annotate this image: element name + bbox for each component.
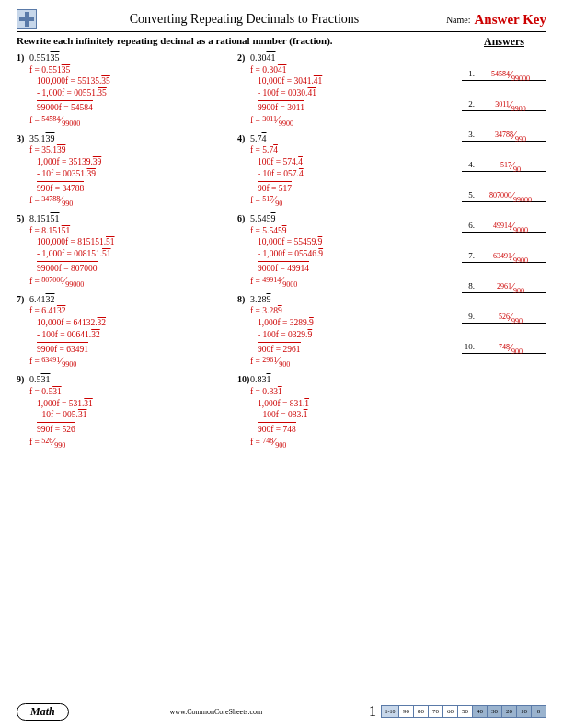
problem-number: 1) bbox=[17, 51, 29, 64]
grade-cell: 70 bbox=[428, 705, 443, 718]
grade-cell: 40 bbox=[472, 705, 488, 718]
problem: 8)3.289f = 3.2891,000f = 3289.9- 100f = … bbox=[237, 293, 449, 369]
answer-fraction: 63491⁄9900 bbox=[475, 251, 546, 262]
problem-work: f = 0.5311,000f = 531.31- 10f = 005.3199… bbox=[29, 386, 228, 449]
answer-number: 6. bbox=[462, 221, 475, 232]
problem-decimal: 8.15151 bbox=[29, 212, 60, 225]
problem-number: 6) bbox=[237, 212, 250, 225]
answer-fraction: 517⁄90 bbox=[475, 160, 546, 171]
answer-number: 4. bbox=[462, 160, 475, 171]
answer-number: 2. bbox=[462, 99, 475, 110]
problem-decimal: 0.55135 bbox=[29, 51, 60, 64]
header: Converting Repeating Decimals to Fractio… bbox=[17, 7, 546, 31]
grade-cell: 0 bbox=[531, 705, 546, 718]
problem-work: f = 0.8311,000f = 831.1- 100f = 083.1900… bbox=[250, 386, 449, 449]
footer-url: www.CommonCoreSheets.com bbox=[69, 708, 363, 716]
grade-cell: 20 bbox=[501, 705, 517, 718]
answer-row: 5.807000⁄99000 bbox=[462, 176, 546, 202]
answer-number: 7. bbox=[462, 251, 475, 262]
problem-decimal: 3.289 bbox=[250, 293, 271, 306]
answer-row: 7.63491⁄9900 bbox=[462, 236, 546, 263]
page-number: 1 bbox=[363, 703, 382, 720]
problem: 10)0.831f = 0.8311,000f = 831.1- 100f = … bbox=[237, 373, 449, 449]
grade-cell: 50 bbox=[457, 705, 473, 718]
answer-row: 1.54584⁄99000 bbox=[462, 54, 546, 81]
problem-number: 10) bbox=[237, 373, 250, 386]
answer-row: 2.3011⁄9900 bbox=[462, 85, 546, 111]
answer-number: 9. bbox=[462, 312, 475, 323]
problem: 1)0.55135f = 0.55135100,000f = 55135.35-… bbox=[17, 51, 228, 127]
grade-cell: 10 bbox=[516, 705, 532, 718]
answer-fraction: 807000⁄99000 bbox=[475, 190, 546, 201]
answer-number: 1. bbox=[462, 69, 475, 80]
answer-row: 6.49914⁄9000 bbox=[462, 206, 546, 233]
name-label: Name: bbox=[446, 15, 471, 25]
grade-cell: 60 bbox=[442, 705, 458, 718]
problem: 2)0.3041f = 0.304110,000f = 3041.41- 100… bbox=[237, 51, 449, 127]
problem: 5)8.15151f = 8.15151100,000f = 815151.51… bbox=[17, 212, 228, 288]
answer-fraction: 2961⁄900 bbox=[475, 281, 546, 292]
answer-number: 3. bbox=[462, 130, 475, 141]
math-badge: Math bbox=[17, 703, 69, 721]
problem-number: 5) bbox=[17, 212, 29, 225]
answer-fraction: 526⁄990 bbox=[475, 312, 546, 323]
grade-cell: 30 bbox=[487, 705, 502, 718]
answer-fraction: 3011⁄9900 bbox=[475, 99, 546, 110]
worksheet-title: Converting Repeating Decimals to Fractio… bbox=[42, 12, 446, 27]
grade-label: 1-10 bbox=[381, 705, 399, 718]
problem-number: 3) bbox=[17, 132, 29, 145]
worksheet-page: Converting Repeating Decimals to Fractio… bbox=[0, 0, 563, 728]
problem-decimal: 5.74 bbox=[250, 132, 267, 145]
instruction: Rewrite each infinitely repeating decima… bbox=[17, 35, 333, 46]
problem-number: 4) bbox=[237, 132, 250, 145]
grade-cell: 90 bbox=[398, 705, 414, 718]
answers-title: Answers bbox=[462, 35, 546, 49]
problem: 4)5.74f = 5.74100f = 574.4- 10f = 057.49… bbox=[237, 132, 449, 208]
problem-decimal: 0.3041 bbox=[250, 51, 276, 64]
problem-work: f = 5.74100f = 574.4- 10f = 057.490f = 5… bbox=[250, 144, 449, 207]
answer-row: 8.2961⁄900 bbox=[462, 267, 546, 293]
problem: 9)0.531f = 0.5311,000f = 531.31- 10f = 0… bbox=[17, 373, 228, 449]
problems-grid: 1)0.55135f = 0.55135100,000f = 55135.35-… bbox=[17, 51, 449, 449]
answer-row: 9.526⁄990 bbox=[462, 297, 546, 324]
problem-work: f = 3.2891,000f = 3289.9- 100f = 0329.99… bbox=[250, 305, 449, 368]
answer-number: 5. bbox=[462, 190, 475, 201]
answer-row: 4.517⁄90 bbox=[462, 145, 546, 172]
problem: 7)6.4132f = 6.413210,000f = 64132.32- 10… bbox=[17, 293, 228, 369]
problem-work: f = 6.413210,000f = 64132.32- 100f = 006… bbox=[29, 305, 228, 368]
answer-fraction: 54584⁄99000 bbox=[475, 69, 546, 80]
problem-number: 8) bbox=[237, 293, 250, 306]
problem-number: 7) bbox=[17, 293, 29, 306]
answer-number: 10. bbox=[462, 342, 475, 353]
problem-work: f = 8.15151100,000f = 815151.51- 1,000f … bbox=[29, 225, 228, 288]
answer-row: 3.34788⁄990 bbox=[462, 115, 546, 142]
grade-cell: 80 bbox=[413, 705, 429, 718]
problem-decimal: 6.4132 bbox=[29, 293, 55, 306]
answer-fraction: 748⁄900 bbox=[475, 342, 546, 353]
answer-number: 8. bbox=[462, 281, 475, 292]
problem-decimal: 35.139 bbox=[29, 132, 55, 145]
problem-work: f = 0.55135100,000f = 55135.35- 1,000f =… bbox=[29, 64, 228, 127]
answer-key-label: Answer Key bbox=[475, 12, 546, 28]
problem-decimal: 5.5459 bbox=[250, 212, 276, 225]
answer-row: 10.748⁄900 bbox=[462, 327, 546, 354]
problem-number: 9) bbox=[17, 373, 29, 386]
plus-icon bbox=[17, 9, 37, 29]
grade-strip: 1-10 9080706050403020100 bbox=[382, 705, 546, 718]
header-rule bbox=[17, 31, 546, 32]
answer-fraction: 34788⁄990 bbox=[475, 130, 546, 141]
problem: 6)5.5459f = 5.545910,000f = 55459.9- 1,0… bbox=[237, 212, 449, 288]
problem-work: f = 0.304110,000f = 3041.41- 100f = 0030… bbox=[250, 64, 449, 127]
problem-work: f = 35.1391,000f = 35139.39- 10f = 00351… bbox=[29, 144, 228, 207]
footer: Math www.CommonCoreSheets.com 1 1-10 908… bbox=[17, 702, 546, 721]
problem: 3)35.139f = 35.1391,000f = 35139.39- 10f… bbox=[17, 132, 228, 208]
problem-work: f = 5.545910,000f = 55459.9- 1,000f = 05… bbox=[250, 225, 449, 288]
answers-panel: Answers 1.54584⁄990002.3011⁄99003.34788⁄… bbox=[462, 35, 546, 358]
problem-decimal: 0.831 bbox=[250, 373, 271, 386]
answer-fraction: 49914⁄9000 bbox=[475, 221, 546, 232]
problem-decimal: 0.531 bbox=[29, 373, 51, 386]
problem-number: 2) bbox=[237, 51, 250, 64]
